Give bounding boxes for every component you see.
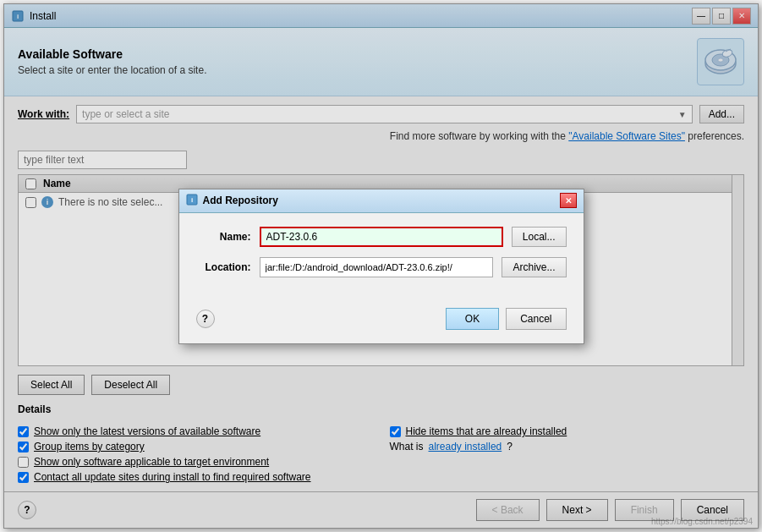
modal-title-icon: i xyxy=(186,194,198,208)
ok-button[interactable]: OK xyxy=(446,308,499,330)
modal-footer: ? OK Cancel xyxy=(179,301,584,343)
location-label: Location: xyxy=(196,261,251,273)
add-repository-modal: i Add Repository ✕ Name: Local... Locati… xyxy=(178,189,584,344)
location-input[interactable] xyxy=(260,257,494,277)
name-field-row: Name: Local... xyxy=(196,227,567,247)
location-field-row: Location: Archive... xyxy=(196,257,567,277)
modal-close-button[interactable]: ✕ xyxy=(560,193,577,208)
main-window: i Install — □ ✕ Available Software Selec… xyxy=(3,3,759,529)
modal-help-button[interactable]: ? xyxy=(196,310,215,328)
modal-title: Add Repository xyxy=(203,195,560,206)
modal-overlay: i Add Repository ✕ Name: Local... Locati… xyxy=(4,4,758,528)
name-input[interactable] xyxy=(260,227,503,247)
modal-titlebar: i Add Repository ✕ xyxy=(179,189,584,213)
modal-action-buttons: OK Cancel xyxy=(446,308,567,330)
name-label: Name: xyxy=(196,231,251,243)
svg-text:i: i xyxy=(190,196,192,204)
modal-cancel-button[interactable]: Cancel xyxy=(506,308,566,330)
archive-button[interactable]: Archive... xyxy=(502,257,566,277)
modal-body: Name: Local... Location: Archive... xyxy=(179,213,584,301)
local-button[interactable]: Local... xyxy=(512,227,567,247)
